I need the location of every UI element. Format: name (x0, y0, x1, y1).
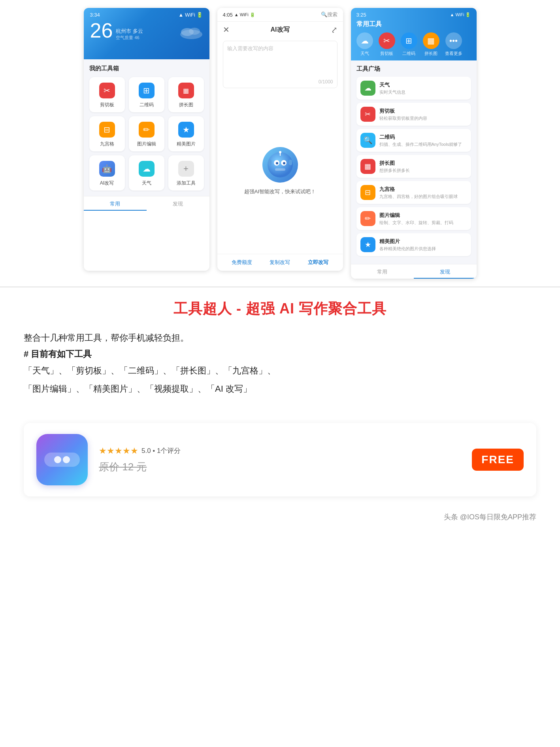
phone1-tool-icon-weather: ☁ (139, 161, 155, 177)
phone3-item-clipboard[interactable]: ✂ 剪切板 轻松获取剪切板里的内容 (356, 103, 471, 126)
phone1-tool-label-jiugong: 九宫格 (100, 141, 114, 147)
phone2-btn-rewrite[interactable]: 立即改写 (308, 259, 328, 266)
app-info: ★★★★★ 5.0 • 1个评分 原价 12 元 (99, 446, 461, 474)
phone1-header: 3:34 ▲ WiFi 🔋 26 杭州市 多云 空气质量 46 (84, 8, 209, 59)
phone3-item-edit[interactable]: ✏ 图片编辑 绘制、文字、水印、旋转、剪裁、打码 (356, 207, 471, 230)
phone1-tool-icon-jiugong: ⊟ (99, 122, 115, 138)
phone2-header: 4:05 ▲ WiFi 🔋 🔍搜索 (217, 8, 343, 22)
phone3-hdr-more[interactable]: ••• 查看更多 (445, 32, 462, 57)
phone1-tool-icon-pinjie: ▦ (178, 83, 194, 98)
phone3-item-clipboard-icon: ✂ (360, 107, 375, 122)
phone2-status-time: 4:05 (223, 12, 233, 18)
phone1-tool-star[interactable]: ★ 精美图片 (168, 116, 204, 151)
phone3-item-edit-icon: ✏ (360, 211, 375, 226)
phone1-tool-icon-jiequban: ✂ (99, 83, 115, 98)
phone2-input-area[interactable]: 输入需要改写的内容 0/1000 (223, 41, 338, 88)
phone1-tool-icon-ai: 🤖 (99, 161, 115, 177)
phone1-tool-label-star: 精美图片 (177, 141, 196, 147)
phone3-hdr-clipboard[interactable]: ✂ 剪切板 (379, 32, 395, 57)
phone1-tool-add[interactable]: + 添加工具 (168, 155, 204, 191)
phone3: 3:25 ▲ WiFi 🔋 常用工具 ☁ 天气 ✂ 剪切板 ⊞ 二维码 ▦ (351, 8, 477, 279)
phone3-hdr-clipboard-icon: ✂ (379, 32, 395, 49)
svg-point-2 (189, 28, 200, 35)
phone1-tool-label-qr: 二维码 (140, 102, 154, 108)
phone3-item-weather[interactable]: ☁ 天气 实时天气信息 (356, 77, 471, 100)
svg-point-9 (283, 162, 285, 164)
phone3-item-edit-text: 图片编辑 绘制、文字、水印、旋转、剪裁、打码 (379, 212, 467, 226)
phone3-tab-faxian[interactable]: 发现 (414, 264, 477, 279)
phone3-header: 3:25 ▲ WiFi 🔋 常用工具 ☁ 天气 ✂ 剪切板 ⊞ 二维码 ▦ (351, 8, 477, 60)
phone1-tool-qr[interactable]: ⊞ 二维码 (129, 77, 164, 112)
phone3-tab-changyong[interactable]: 常用 (351, 264, 414, 279)
phone1-tool-pinjie[interactable]: ▦ 拼长图 (168, 77, 204, 112)
phone1-temp: 26 (90, 20, 113, 41)
phone1-tool-jiugong[interactable]: ⊟ 九宫格 (89, 116, 125, 151)
app-icon (36, 434, 88, 485)
phone3-item-pinjie[interactable]: ▦ 拼长图 想拼多长拼多长 (356, 155, 471, 178)
phone2-input-placeholder: 输入需要改写的内容 (227, 45, 273, 51)
phone1-grid: ✂ 剪切板 ⊞ 二维码 ▦ 拼长图 ⊟ 九宫格 ✏ 图片编 (89, 77, 204, 191)
phone1-tool-label-ai: AI改写 (100, 180, 114, 187)
phone1-tab-bar: 常用 发现 (84, 196, 209, 211)
phones-row: 3:34 ▲ WiFi 🔋 26 杭州市 多云 空气质量 46 (0, 0, 560, 287)
phone3-item-beautiful-text: 精美图片 各种精美绝伦的图片供您选择 (379, 238, 467, 252)
phone1-tool-label-jiequban: 剪切板 (100, 102, 114, 108)
phone3-item-clipboard-text: 剪切板 轻松获取剪切板里的内容 (379, 108, 467, 121)
phone1-tool-weather[interactable]: ☁ 天气 (129, 155, 164, 191)
phone1-body: 我的工具箱 ✂ 剪切板 ⊞ 二维码 ▦ 拼长图 ⊟ 九宫格 (84, 59, 209, 196)
phone1-tool-icon-star: ★ (178, 122, 194, 138)
phone2-robot-icon (262, 147, 298, 183)
phone1-tab-changyong[interactable]: 常用 (84, 196, 147, 211)
phone3-section-title: 工具广场 (356, 65, 471, 73)
svg-rect-5 (289, 160, 292, 165)
phone3-hdr-weather[interactable]: ☁ 天气 (356, 32, 373, 57)
phone1-time: 3:34 (90, 12, 100, 18)
phone3-body: 工具广场 ☁ 天气 实时天气信息 ✂ 剪切板 轻松获取剪切板里的内容 🔍 二 (351, 60, 477, 264)
phone3-hdr-more-icon: ••• (445, 32, 462, 49)
phone2-more-icon[interactable]: ⤤ (331, 25, 338, 34)
phone2-slogan: 超强AI智能改写，快来试试吧！ (244, 188, 316, 195)
svg-rect-4 (268, 160, 272, 165)
phone1-status: 3:34 ▲ WiFi 🔋 (90, 12, 203, 18)
phone3-item-jiugong[interactable]: ⊟ 九宫格 九宫格、四宫格，好的图片组合吸引眼球 (356, 181, 471, 204)
app-original-price: 原价 12 元 (99, 460, 461, 474)
phone3-hdr-qr[interactable]: ⊞ 二维码 (401, 32, 417, 57)
phone3-time: 3:25 (356, 12, 366, 18)
free-badge[interactable]: FREE (472, 449, 524, 471)
description-line2: # 目前有如下工具 (24, 348, 536, 360)
phone1-tool-label-weather: 天气 (142, 180, 151, 187)
phone2-page-title: AI改写 (271, 26, 290, 34)
phone1: 3:34 ▲ WiFi 🔋 26 杭州市 多云 空气质量 46 (84, 8, 209, 271)
phone1-tool-label-pinjie: 拼长图 (179, 102, 193, 108)
phone3-icons-row: ☁ 天气 ✂ 剪切板 ⊞ 二维码 ▦ 拼长图 ••• 查看更多 (356, 32, 471, 57)
phone3-hdr-qr-icon: ⊞ (401, 32, 417, 49)
phone1-tool-icon-qr: ⊞ (139, 83, 155, 98)
phone1-city: 杭州市 多云 (116, 28, 143, 35)
phone3-item-weather-icon: ☁ (360, 81, 375, 96)
description-line3: 「天气」、「剪切板」、「二维码」、「拼长图」、「九宫格」、 (24, 363, 536, 378)
app-icon-inner (44, 453, 80, 467)
phone1-tab-faxian[interactable]: 发现 (147, 196, 209, 211)
phone3-item-qr[interactable]: 🔍 二维码 扫描、生成、操作二维码用AnyTools就够了 (356, 129, 471, 152)
phone3-item-qr-icon: 🔍 (360, 133, 375, 148)
phone2-search-icon[interactable]: 🔍搜索 (321, 11, 338, 18)
phone1-section-title: 我的工具箱 (89, 65, 204, 72)
app-card: ★★★★★ 5.0 • 1个评分 原价 12 元 FREE (24, 423, 536, 496)
phone2-signal: ▲ WiFi 🔋 (234, 12, 255, 17)
phone3-hdr-pinjie[interactable]: ▦ 拼长图 (423, 32, 439, 57)
phone3-item-weather-text: 天气 实时天气信息 (379, 81, 467, 95)
phone2-btn-free[interactable]: 免费额度 (232, 259, 252, 266)
phone3-item-beautiful[interactable]: ★ 精美图片 各种精美绝伦的图片供您选择 (356, 233, 471, 256)
phone2-mascot-area: 超强AI智能改写，快来试试吧！ (217, 88, 343, 254)
phone1-tool-jiequban[interactable]: ✂ 剪切板 (89, 77, 125, 112)
phone3-item-jiugong-text: 九宫格 九宫格、四宫格，好的图片组合吸引眼球 (379, 186, 467, 200)
phone2-btn-copy[interactable]: 复制改写 (270, 259, 290, 266)
description-line4: 「图片编辑」、「精美图片」、「视频提取」、「AI 改写」 (24, 381, 536, 396)
phone2-close-icon[interactable]: ✕ (223, 25, 230, 34)
phone3-item-pinjie-text: 拼长图 想拼多长拼多长 (379, 160, 467, 174)
svg-rect-10 (275, 168, 285, 171)
phone1-tool-edit[interactable]: ✏ 图片编辑 (129, 116, 164, 151)
phone1-tool-ai[interactable]: 🤖 AI改写 (89, 155, 125, 191)
content-section: 工具超人 - 超强 AI 写作聚合工具 整合十几种常用工具，帮你手机减轻负担。 … (0, 287, 560, 407)
app-stars: ★★★★★ (99, 446, 138, 456)
